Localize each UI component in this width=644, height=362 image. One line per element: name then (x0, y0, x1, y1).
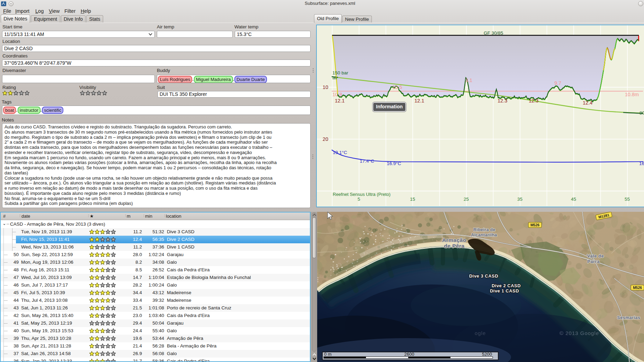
svg-text:20: 20 (323, 136, 328, 142)
svg-text:80: 80 (639, 110, 644, 116)
svg-text:Armação: Armação (442, 237, 466, 243)
svg-text:© 2013 Google: © 2013 Google (560, 330, 599, 336)
svg-text:16.9°C: 16.9°C (387, 161, 401, 166)
svg-text:M526: M526 (633, 286, 642, 290)
svg-text:9.1: 9.1 (465, 78, 472, 83)
svg-text:12.1: 12.1 (335, 98, 345, 103)
svg-text:150 bar: 150 bar (332, 70, 348, 75)
svg-text:17.4°C: 17.4°C (360, 159, 374, 164)
svg-text:19.1°C: 19.1°C (333, 150, 347, 155)
svg-text:10.8m: 10.8m (625, 92, 639, 97)
svg-text:5200: 5200 (482, 352, 492, 357)
svg-text:12.1: 12.1 (414, 98, 424, 103)
svg-text:Ribeira de: Ribeira de (473, 227, 495, 232)
svg-text:Vale de: Vale de (587, 253, 604, 259)
svg-text:air: air (332, 75, 338, 80)
svg-text:10.5: 10.5 (392, 84, 402, 90)
svg-text:9.7: 9.7 (554, 80, 561, 86)
svg-text:Sesmarias: Sesmarias (617, 315, 640, 320)
svg-text:25: 25 (464, 197, 469, 202)
svg-text:55: 55 (625, 197, 630, 202)
svg-text:2600: 2600 (404, 352, 414, 357)
svg-text:Dive 1 CASD: Dive 1 CASD (490, 288, 519, 293)
svg-text:de Pêra: de Pêra (444, 243, 465, 249)
svg-text:ogle: ogle (475, 330, 486, 336)
svg-text:5: 5 (358, 197, 360, 202)
svg-text:16.: 16. (639, 161, 644, 166)
svg-text:GF 30/85: GF 30/85 (484, 30, 503, 36)
svg-text:10: 10 (323, 84, 328, 90)
svg-text:Reefnet Sensus Ultra (Preto): Reefnet Sensus Ultra (Preto) (333, 192, 391, 197)
svg-text:M526: M526 (530, 223, 539, 227)
svg-text:12.4: 12.4 (583, 100, 592, 106)
svg-text:Dive 2 CASD: Dive 2 CASD (492, 283, 521, 288)
svg-text:12.3: 12.3 (498, 98, 507, 103)
svg-text:Parra: Parra (587, 259, 600, 264)
svg-text:Dive 3 CASD: Dive 3 CASD (469, 273, 498, 279)
svg-text:Alcantarilha: Alcantarilha (471, 233, 497, 237)
svg-text:0 m: 0 m (324, 352, 332, 357)
svg-text:12.3: 12.3 (529, 98, 538, 103)
svg-text:35: 35 (517, 197, 522, 202)
svg-text:45: 45 (571, 197, 576, 202)
svg-text:15: 15 (410, 197, 415, 202)
